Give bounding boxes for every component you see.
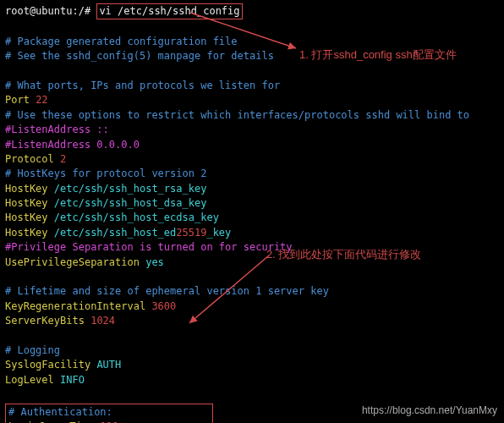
shell-prompt: root@ubuntu:/# — [5, 5, 96, 17]
config-line: HostKey /etc/ssh/ssh_host_ed25519_key — [5, 226, 499, 240]
config-line: HostKey /etc/ssh/ssh_host_ecdsa_key — [5, 211, 499, 225]
config-line: KeyRegenerationInterval 3600 — [5, 299, 499, 314]
comment: # Logging — [5, 343, 499, 358]
vi-command: vi /etc/ssh/sshd_config — [99, 5, 239, 17]
command-highlight-box: vi /etc/ssh/sshd_config — [96, 3, 242, 19]
comment: # Lifetime and size of ephemeral version… — [5, 284, 499, 299]
comment: # What ports, IPs and protocols we liste… — [5, 79, 499, 93]
terminal-output: root@ubuntu:/# vi /etc/ssh/sshd_config #… — [5, 3, 499, 423]
config-line: LoginGraceTime 120 — [8, 420, 210, 423]
watermark: https://blog.csdn.net/YuanMxy — [362, 404, 497, 418]
annotation-2: 2. 找到此处按下面代码进行修改 — [266, 247, 421, 263]
config-line: UsePrivilegeSeparation yes — [5, 255, 499, 270]
comment: #Privilege Separation is turned on for s… — [5, 240, 499, 255]
config-line: Port 22 — [5, 93, 499, 107]
config-line: LogLevel INFO — [5, 373, 499, 387]
comment: # HostKeys for protocol version 2 — [5, 167, 499, 181]
comment: #ListenAddress :: — [5, 123, 499, 137]
config-line: SyslogFacility AUTH — [5, 358, 499, 372]
config-line: HostKey /etc/ssh/ssh_host_dsa_key — [5, 196, 499, 211]
config-line: HostKey /etc/ssh/ssh_host_rsa_key — [5, 182, 499, 196]
comment: #ListenAddress 0.0.0.0 — [5, 138, 499, 152]
prompt-line: root@ubuntu:/# vi /etc/ssh/sshd_config — [5, 3, 499, 19]
config-line: Protocol 2 — [5, 152, 499, 167]
comment: # Use these options to restrict which in… — [5, 108, 499, 123]
auth-highlight-box: # Authentication: LoginGraceTime 120 Per… — [5, 404, 213, 423]
comment: # Authentication: — [8, 405, 210, 420]
config-line: ServerKeyBits 1024 — [5, 314, 499, 328]
annotation-1: 1. 打开sshd_config ssh配置文件 — [299, 47, 457, 63]
